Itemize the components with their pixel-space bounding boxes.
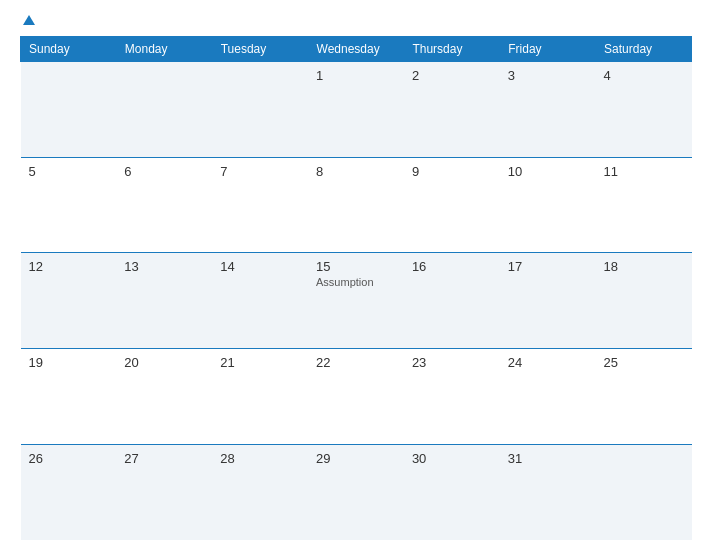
calendar-container: SundayMondayTuesdayWednesdayThursdayFrid… (0, 0, 712, 550)
calendar-cell: 5 (21, 157, 117, 253)
calendar-cell: 17 (500, 253, 596, 349)
calendar-cell: 22 (308, 349, 404, 445)
calendar-cell: 30 (404, 444, 500, 540)
calendar-cell (596, 444, 692, 540)
day-number: 26 (29, 451, 109, 466)
calendar-cell: 21 (212, 349, 308, 445)
logo-triangle-icon (23, 15, 35, 25)
calendar-cell (21, 62, 117, 158)
calendar-cell: 28 (212, 444, 308, 540)
day-number: 6 (124, 164, 204, 179)
calendar-week-row: 19202122232425 (21, 349, 692, 445)
day-number: 15 (316, 259, 396, 274)
day-number: 28 (220, 451, 300, 466)
calendar-cell: 16 (404, 253, 500, 349)
calendar-cell: 14 (212, 253, 308, 349)
day-number: 13 (124, 259, 204, 274)
logo (20, 15, 35, 26)
day-number: 5 (29, 164, 109, 179)
calendar-cell: 26 (21, 444, 117, 540)
calendar-week-row: 262728293031 (21, 444, 692, 540)
calendar-header (20, 15, 692, 26)
calendar-cell (212, 62, 308, 158)
calendar-cell: 18 (596, 253, 692, 349)
weekday-header: Tuesday (212, 37, 308, 62)
day-number: 21 (220, 355, 300, 370)
day-number: 19 (29, 355, 109, 370)
calendar-cell: 10 (500, 157, 596, 253)
calendar-cell: 1 (308, 62, 404, 158)
calendar-cell: 31 (500, 444, 596, 540)
calendar-cell: 9 (404, 157, 500, 253)
day-number: 29 (316, 451, 396, 466)
weekday-header-row: SundayMondayTuesdayWednesdayThursdayFrid… (21, 37, 692, 62)
day-number: 17 (508, 259, 588, 274)
calendar-cell: 4 (596, 62, 692, 158)
calendar-cell: 24 (500, 349, 596, 445)
day-number: 3 (508, 68, 588, 83)
day-number: 9 (412, 164, 492, 179)
day-number: 27 (124, 451, 204, 466)
calendar-cell: 23 (404, 349, 500, 445)
day-number: 8 (316, 164, 396, 179)
weekday-header: Saturday (596, 37, 692, 62)
calendar-cell: 20 (116, 349, 212, 445)
calendar-cell: 13 (116, 253, 212, 349)
day-number: 12 (29, 259, 109, 274)
day-number: 4 (604, 68, 684, 83)
calendar-cell: 15Assumption (308, 253, 404, 349)
weekday-header: Thursday (404, 37, 500, 62)
calendar-cell: 29 (308, 444, 404, 540)
day-number: 25 (604, 355, 684, 370)
day-number: 7 (220, 164, 300, 179)
day-number: 30 (412, 451, 492, 466)
day-number: 18 (604, 259, 684, 274)
calendar-cell: 6 (116, 157, 212, 253)
weekday-header: Friday (500, 37, 596, 62)
calendar-cell: 25 (596, 349, 692, 445)
calendar-cell: 12 (21, 253, 117, 349)
day-number: 10 (508, 164, 588, 179)
calendar-cell: 19 (21, 349, 117, 445)
weekday-header: Wednesday (308, 37, 404, 62)
day-number: 1 (316, 68, 396, 83)
calendar-cell: 7 (212, 157, 308, 253)
calendar-cell (116, 62, 212, 158)
calendar-cell: 11 (596, 157, 692, 253)
weekday-header: Monday (116, 37, 212, 62)
event-label: Assumption (316, 276, 396, 288)
calendar-cell: 8 (308, 157, 404, 253)
day-number: 22 (316, 355, 396, 370)
calendar-week-row: 12131415Assumption161718 (21, 253, 692, 349)
logo-blue-text (20, 15, 35, 26)
day-number: 2 (412, 68, 492, 83)
calendar-cell: 3 (500, 62, 596, 158)
calendar-week-row: 1234 (21, 62, 692, 158)
calendar-cell: 2 (404, 62, 500, 158)
calendar-cell: 27 (116, 444, 212, 540)
day-number: 23 (412, 355, 492, 370)
day-number: 14 (220, 259, 300, 274)
calendar-week-row: 567891011 (21, 157, 692, 253)
day-number: 24 (508, 355, 588, 370)
weekday-header: Sunday (21, 37, 117, 62)
day-number: 16 (412, 259, 492, 274)
calendar-table: SundayMondayTuesdayWednesdayThursdayFrid… (20, 36, 692, 540)
day-number: 20 (124, 355, 204, 370)
day-number: 31 (508, 451, 588, 466)
day-number: 11 (604, 164, 684, 179)
